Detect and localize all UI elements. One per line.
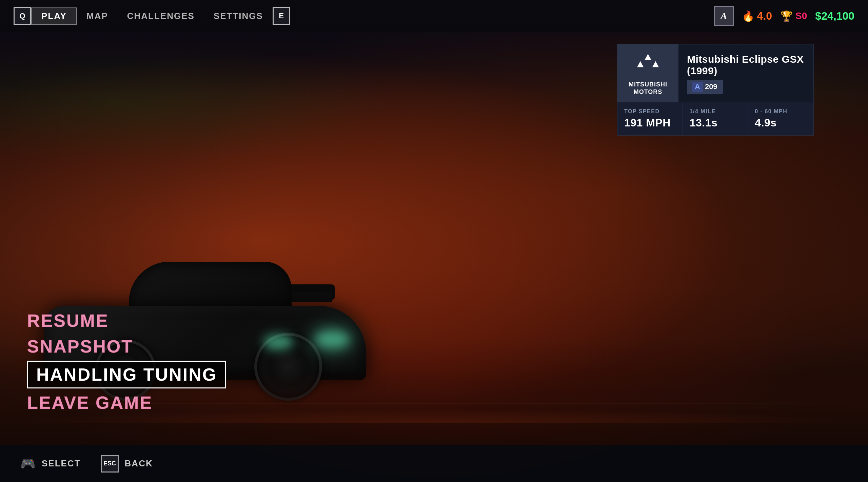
car-info-header: MITSUBISHI MOTORS Mitsubishi Eclipse GSX…: [617, 44, 813, 102]
class-number: 209: [705, 82, 717, 91]
car-class-badge: A 209: [687, 80, 723, 94]
nav-left-section: Q PLAY MAP CHALLENGES SETTINGS E: [14, 7, 290, 25]
money-display: $24,100: [815, 10, 854, 22]
rep-value: S0: [795, 11, 807, 21]
brand-logo-box: MITSUBISHI MOTORS: [617, 44, 678, 102]
nav-right-section: A 🔥 4.0 🏆 S0 $24,100: [714, 6, 854, 26]
headlight-glow-left: [264, 336, 292, 348]
nav-item-play[interactable]: PLAY: [31, 7, 77, 25]
bottom-bar: 🎮 SELECT ESC BACK: [0, 445, 868, 482]
menu-item-leave-game[interactable]: LEAVE GAME: [27, 391, 226, 414]
stat-quarter-mile-label: 1/4 MILE: [690, 108, 741, 115]
car-info-panel: MITSUBISHI MOTORS Mitsubishi Eclipse GSX…: [617, 44, 814, 136]
control-select-label: SELECT: [42, 458, 81, 469]
car-name-text: Mitsubishi Eclipse GSX (1999): [687, 54, 805, 77]
headlight-glow-right: [315, 333, 349, 346]
svg-marker-0: [645, 54, 651, 60]
stat-top-speed: TOP SPEED 191 MPH: [617, 102, 683, 135]
stat-top-speed-value: 191 MPH: [624, 117, 676, 129]
nav-item-challenges[interactable]: CHALLENGES: [118, 8, 204, 24]
stat-zero-sixty-value: 4.9s: [755, 117, 807, 129]
gamepad-icon: 🎮: [20, 457, 36, 471]
heat-level-value: 4.0: [757, 10, 772, 22]
stat-quarter-mile: 1/4 MILE 13.1s: [683, 102, 748, 135]
nav-key-e[interactable]: E: [273, 7, 290, 25]
nav-item-settings[interactable]: SETTINGS: [204, 8, 273, 24]
nav-key-q[interactable]: Q: [14, 7, 31, 25]
menu-item-snapshot[interactable]: SNAPSHOT: [27, 335, 226, 358]
menu-section: RESUME SNAPSHOT HANDLING TUNING LEAVE GA…: [27, 309, 226, 414]
rep-indicator: 🏆 S0: [780, 10, 807, 22]
stat-top-speed-label: TOP SPEED: [624, 108, 676, 115]
brand-name: MITSUBISHI MOTORS: [629, 81, 667, 96]
stat-zero-sixty-label: 0 - 60 MPH: [755, 108, 807, 115]
stat-zero-sixty: 0 - 60 MPH 4.9s: [748, 102, 813, 135]
top-navigation: Q PLAY MAP CHALLENGES SETTINGS E A 🔥 4.0…: [0, 0, 868, 32]
control-back: ESC BACK: [101, 455, 153, 473]
player-icon: A: [714, 6, 734, 26]
menu-item-handling-tuning[interactable]: HANDLING TUNING: [27, 361, 226, 388]
rep-icon: 🏆: [780, 10, 793, 22]
car-stats-row: TOP SPEED 191 MPH 1/4 MILE 13.1s 0 - 60 …: [617, 102, 813, 135]
svg-marker-1: [637, 61, 644, 67]
stat-quarter-mile-value: 13.1s: [690, 117, 741, 129]
escape-key[interactable]: ESC: [101, 455, 119, 473]
class-letter: A: [692, 82, 703, 92]
menu-item-resume[interactable]: RESUME: [27, 309, 226, 332]
svg-marker-2: [652, 61, 659, 67]
mitsubishi-logo-svg: [634, 51, 662, 78]
control-back-label: BACK: [125, 458, 153, 469]
control-select: 🎮 SELECT: [20, 457, 81, 471]
nav-item-map[interactable]: MAP: [77, 8, 118, 24]
heat-indicator: 🔥 4.0: [742, 10, 772, 22]
car-name-section: Mitsubishi Eclipse GSX (1999) A 209: [678, 44, 813, 102]
flame-icon: 🔥: [742, 10, 754, 22]
